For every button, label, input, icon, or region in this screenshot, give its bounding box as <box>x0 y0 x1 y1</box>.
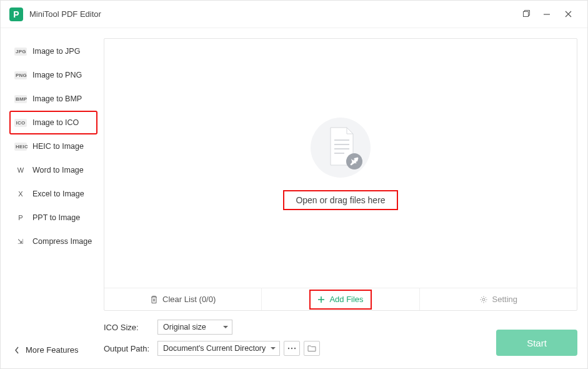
more-options-button[interactable] <box>284 341 300 356</box>
sidebar: JPG Image to JPG PNG Image to PNG BMP Im… <box>1 28 104 368</box>
jpg-badge-icon: JPG <box>14 48 27 56</box>
browse-folder-button[interactable] <box>304 341 320 356</box>
bmp-badge-icon: BMP <box>14 95 27 103</box>
sidebar-item-label: Word to Image <box>32 166 84 174</box>
sidebar-item-label: Image to ICO <box>32 118 79 127</box>
restore-window-icon[interactable] <box>515 5 536 24</box>
add-files-button[interactable]: Add Files <box>262 288 419 310</box>
clear-list-label: Clear List (0/0) <box>162 295 216 304</box>
ppt-badge-icon: P <box>14 213 27 223</box>
svg-point-13 <box>288 348 289 349</box>
gear-icon <box>479 295 488 304</box>
app-logo-icon: P <box>9 8 23 21</box>
compress-badge-icon: ⇲ <box>14 236 27 247</box>
clear-list-button[interactable]: Clear List (0/0) <box>104 288 262 310</box>
sidebar-item-compress-image[interactable]: ⇲ Compress Image <box>1 230 104 253</box>
excel-badge-icon: X <box>14 189 27 199</box>
add-files-label: Add Files <box>329 295 363 304</box>
close-icon[interactable] <box>557 5 579 24</box>
minimize-icon[interactable] <box>536 5 557 24</box>
word-badge-icon: W <box>14 165 27 175</box>
sidebar-item-excel-to-image[interactable]: X Excel to Image <box>1 182 104 206</box>
chevron-left-icon <box>14 346 19 354</box>
sidebar-item-image-to-bmp[interactable]: BMP Image to BMP <box>1 87 104 111</box>
sidebar-item-label: Image to PNG <box>32 71 82 79</box>
output-path-select[interactable]: Document's Current Directory <box>157 341 280 356</box>
sidebar-item-label: HEIC to Image <box>32 142 84 151</box>
sidebar-item-word-to-image[interactable]: W Word to Image <box>1 158 104 182</box>
sidebar-item-heic-to-image[interactable]: HEIC HEIC to Image <box>1 134 104 158</box>
sidebar-item-image-to-ico[interactable]: ICO Image to ICO <box>9 111 97 134</box>
setting-button[interactable]: Setting <box>420 288 577 310</box>
ico-size-row: ICO Size: Original size <box>104 320 320 335</box>
svg-rect-0 <box>523 12 528 17</box>
application-window: P MiniTool PDF Editor JPG Image to JPG P… <box>0 0 588 369</box>
ico-badge-icon: ICO <box>14 119 27 127</box>
document-placeholder-icon <box>309 116 372 179</box>
sidebar-item-label: PPT to Image <box>32 213 80 222</box>
plus-icon <box>317 296 325 303</box>
sidebar-item-image-to-png[interactable]: PNG Image to PNG <box>1 63 104 87</box>
ico-size-label: ICO Size: <box>104 323 154 332</box>
drop-center: Open or drag files here <box>104 39 577 288</box>
sidebar-item-label: Compress Image <box>32 237 92 246</box>
output-path-label: Output Path: <box>104 344 154 353</box>
main-panel: Open or drag files here Clear List (0/0)… <box>104 28 587 368</box>
folder-icon <box>307 345 316 352</box>
drop-text: Open or drag files here <box>283 190 397 210</box>
drop-area[interactable]: Open or drag files here Clear List (0/0)… <box>104 38 577 311</box>
action-bar: Clear List (0/0) Add Files Setting <box>104 288 577 310</box>
sidebar-item-label: Excel to Image <box>32 190 84 198</box>
sidebar-item-label: Image to JPG <box>32 47 80 56</box>
start-button[interactable]: Start <box>496 330 577 356</box>
trash-icon <box>150 295 158 304</box>
svg-point-15 <box>294 348 296 349</box>
more-features-button[interactable]: More Features <box>1 334 104 368</box>
svg-point-14 <box>291 348 292 349</box>
svg-point-12 <box>482 298 485 301</box>
ellipsis-icon <box>287 347 296 350</box>
sidebar-item-label: Image to BMP <box>32 94 82 103</box>
bottom-controls: ICO Size: Original size Output Path: Doc… <box>104 311 577 356</box>
sidebar-item-ppt-to-image[interactable]: P PPT to Image <box>1 206 104 230</box>
ico-size-select[interactable]: Original size <box>157 320 232 335</box>
app-title: MiniTool PDF Editor <box>29 9 101 19</box>
heic-badge-icon: HEIC <box>14 143 27 151</box>
more-features-label: More Features <box>26 345 79 355</box>
titlebar: P MiniTool PDF Editor <box>1 1 587 28</box>
setting-label: Setting <box>492 295 517 304</box>
output-path-row: Output Path: Document's Current Director… <box>104 341 320 356</box>
png-badge-icon: PNG <box>14 71 27 79</box>
sidebar-item-image-to-jpg[interactable]: JPG Image to JPG <box>1 39 104 63</box>
